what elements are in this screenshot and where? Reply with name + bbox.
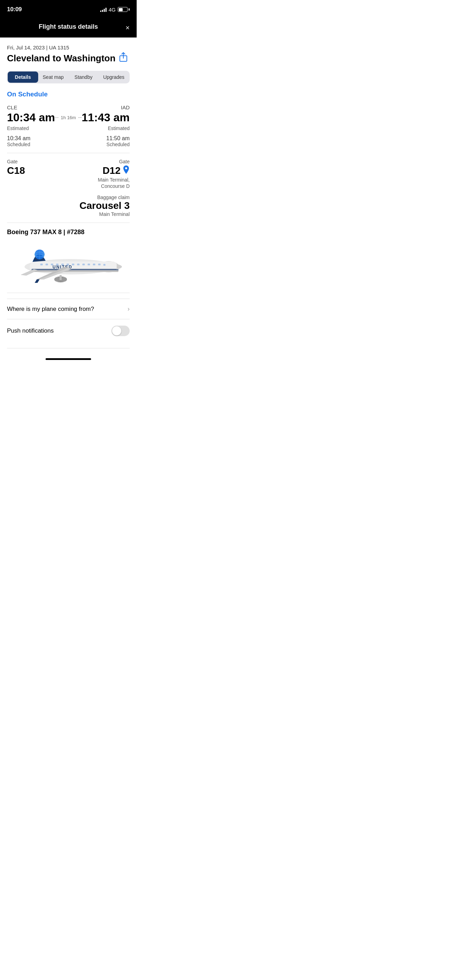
departure-time: 10:34 am bbox=[7, 111, 55, 124]
tabs-bar: Details Seat map Standby Upgrades bbox=[7, 71, 130, 83]
share-button[interactable] bbox=[117, 52, 130, 65]
aircraft-image: UNITED bbox=[7, 242, 130, 287]
signal-bars-icon bbox=[100, 7, 107, 12]
times-row: 10:34 am 1h 16m 11:43 am bbox=[7, 111, 130, 124]
network-label: 4G bbox=[108, 7, 116, 13]
flight-route-row: Cleveland to Washington bbox=[7, 52, 130, 65]
duration-label: 1h 16m bbox=[60, 115, 76, 120]
battery-icon bbox=[118, 7, 130, 12]
svg-rect-29 bbox=[60, 275, 62, 280]
flight-route: Cleveland to Washington bbox=[7, 53, 116, 64]
tab-upgrades[interactable]: Upgrades bbox=[99, 72, 129, 83]
tab-standby[interactable]: Standby bbox=[68, 72, 99, 83]
tab-seat-map[interactable]: Seat map bbox=[38, 72, 69, 83]
departure-scheduled-time: 10:34 am bbox=[7, 135, 30, 142]
divider-1 bbox=[7, 153, 130, 153]
departure-code: CLE bbox=[7, 105, 17, 110]
departure-gate: Gate C18 bbox=[7, 159, 25, 176]
arrival-time: 11:43 am bbox=[82, 111, 130, 124]
baggage-terminal: Main Terminal bbox=[7, 212, 130, 217]
departure-scheduled-label: Scheduled bbox=[7, 142, 30, 147]
header: Flight status details × bbox=[0, 18, 137, 38]
push-notifications-label: Push notifications bbox=[7, 328, 54, 334]
baggage-label: Baggage claim bbox=[7, 194, 130, 200]
chevron-right-icon: › bbox=[127, 305, 130, 313]
arrival-scheduled: 11:50 am Scheduled bbox=[106, 135, 130, 147]
svg-rect-13 bbox=[88, 264, 90, 265]
aircraft-section: Boeing 737 MAX 8 | #7288 bbox=[7, 229, 130, 287]
flight-status: On Schedule bbox=[7, 91, 130, 98]
arrival-gate: Gate D12 Main Terminal, Concourse D bbox=[98, 159, 130, 189]
divider-3 bbox=[7, 293, 130, 293]
divider-2 bbox=[7, 223, 130, 223]
plane-illustration: UNITED bbox=[9, 242, 128, 287]
baggage-section: Baggage claim Carousel 3 Main Terminal bbox=[7, 194, 130, 217]
tab-details[interactable]: Details bbox=[8, 72, 38, 83]
home-indicator bbox=[0, 354, 137, 363]
departure-gate-label: Gate bbox=[7, 159, 25, 164]
arrival-gate-terminal: Main Terminal, Concourse D bbox=[98, 176, 130, 189]
aircraft-title: Boeing 737 MAX 8 | #7288 bbox=[7, 229, 130, 236]
svg-rect-11 bbox=[77, 264, 80, 265]
push-notifications-toggle[interactable] bbox=[111, 326, 130, 336]
svg-rect-14 bbox=[93, 264, 95, 265]
arrival-terminal-line1: Main Terminal, bbox=[98, 177, 130, 183]
arrival-code: IAD bbox=[121, 105, 130, 110]
home-bar bbox=[46, 358, 91, 360]
toggle-knob bbox=[112, 326, 121, 336]
estimated-row: Estimated Estimated bbox=[7, 126, 130, 131]
status-bar: 10:09 4G bbox=[0, 0, 137, 18]
svg-rect-4 bbox=[40, 264, 43, 265]
arrival-estimated-label: Estimated bbox=[108, 126, 130, 131]
departure-gate-number: C18 bbox=[7, 165, 25, 176]
departure-scheduled: 10:34 am Scheduled bbox=[7, 135, 30, 147]
svg-rect-5 bbox=[46, 264, 48, 265]
location-pin-icon bbox=[123, 165, 130, 176]
flight-meta: Fri, Jul 14, 2023 | UA 1315 bbox=[7, 45, 130, 51]
svg-rect-15 bbox=[98, 264, 100, 265]
svg-rect-16 bbox=[103, 264, 105, 266]
arrival-scheduled-time: 11:50 am bbox=[106, 135, 130, 142]
flight-times: CLE IAD 10:34 am 1h 16m 11:43 am Estimat… bbox=[7, 105, 130, 147]
arrival-scheduled-label: Scheduled bbox=[106, 142, 130, 147]
departure-estimated-label: Estimated bbox=[7, 126, 29, 131]
svg-rect-12 bbox=[82, 264, 85, 265]
push-notifications-row: Push notifications bbox=[7, 319, 130, 342]
plane-origin-label: Where is my plane coming from? bbox=[7, 305, 94, 313]
status-icons: 4G bbox=[100, 7, 130, 13]
flight-duration: 1h 16m bbox=[55, 115, 82, 120]
header-title: Flight status details bbox=[38, 23, 98, 30]
plane-origin-item[interactable]: Where is my plane coming from? › bbox=[7, 299, 130, 319]
status-time: 10:09 bbox=[7, 6, 22, 13]
svg-rect-19 bbox=[32, 270, 118, 272]
arrival-terminal-line2: Concourse D bbox=[98, 183, 130, 189]
airports-row: CLE IAD bbox=[7, 105, 130, 110]
close-button[interactable]: × bbox=[126, 24, 130, 31]
share-icon bbox=[119, 52, 128, 64]
arrival-gate-number: D12 bbox=[103, 165, 130, 176]
gates-section: Gate C18 Gate D12 Main Terminal, Concour… bbox=[7, 159, 130, 189]
baggage-carousel: Carousel 3 bbox=[7, 200, 130, 212]
scheduled-row: 10:34 am Scheduled 11:50 am Scheduled bbox=[7, 135, 130, 147]
gates-row: Gate C18 Gate D12 Main Terminal, Concour… bbox=[7, 159, 130, 189]
divider-bottom bbox=[7, 348, 130, 348]
main-content: Fri, Jul 14, 2023 | UA 1315 Cleveland to… bbox=[0, 38, 137, 348]
arrival-gate-label: Gate bbox=[119, 159, 130, 164]
